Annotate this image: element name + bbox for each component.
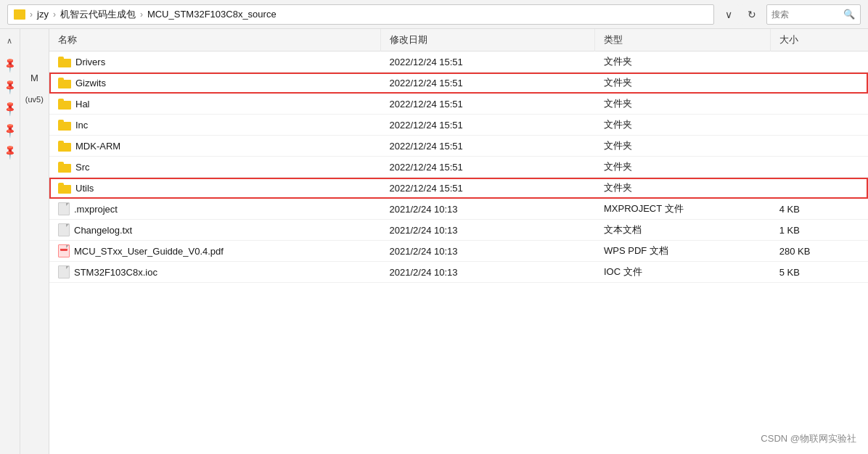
file-icon — [58, 202, 70, 215]
file-name: Hal — [75, 99, 90, 110]
file-name-cell: STM32F103C8x.ioc — [58, 265, 372, 278]
file-modified: 2022/12/24 15:51 — [381, 51, 595, 73]
file-modified: 2021/2/24 10:13 — [381, 241, 595, 262]
file-type: 文件夹 — [595, 94, 771, 115]
left-label-m[interactable]: M — [30, 73, 38, 83]
file-size: 1 KB — [771, 220, 868, 241]
pin-icon-5[interactable]: 📌 — [1, 143, 18, 160]
file-name: Gizwits — [75, 78, 106, 88]
file-name-cell: Src — [58, 162, 372, 173]
file-size: 4 KB — [771, 199, 868, 220]
file-list: Drivers2022/12/24 15:51文件夹Gizwits2022/12… — [49, 51, 868, 283]
file-type: 文件夹 — [595, 157, 771, 178]
file-table: 名称 修改日期 类型 大小 Drivers2022/12/24 15:51文件夹… — [49, 29, 868, 283]
file-modified: 2022/12/24 15:51 — [381, 94, 595, 115]
breadcrumb-gizwits[interactable]: 机智云代码生成包 — [60, 8, 136, 21]
folder-icon — [58, 78, 71, 88]
file-size — [771, 136, 868, 157]
breadcrumb[interactable]: › jzy › 机智云代码生成包 › MCU_STM32F103C8x_sour… — [7, 4, 714, 25]
file-modified: 2021/2/24 10:13 — [381, 262, 595, 283]
pin-icon-3[interactable]: 📌 — [1, 99, 18, 116]
watermark: CSDN @物联网实验社 — [761, 432, 856, 445]
left-label-uv5[interactable]: (uv5) — [25, 95, 44, 104]
collapse-arrow[interactable]: ∧ — [7, 36, 12, 46]
file-name: Inc — [75, 120, 88, 131]
pin-icon-4[interactable]: 📌 — [1, 121, 18, 138]
pin-icon-1[interactable]: 📌 — [1, 56, 18, 73]
file-modified: 2022/12/24 15:51 — [381, 115, 595, 136]
file-size — [771, 51, 868, 73]
folder-icon — [58, 120, 71, 131]
file-name: Utils — [75, 183, 94, 194]
file-size — [771, 115, 868, 136]
table-row[interactable]: Inc2022/12/24 15:51文件夹 — [49, 115, 868, 136]
file-size — [771, 94, 868, 115]
table-row[interactable]: MDK-ARM2022/12/24 15:51文件夹 — [49, 136, 868, 157]
search-box[interactable]: 🔍 — [766, 4, 861, 25]
file-modified: 2021/2/24 10:13 — [381, 199, 595, 220]
breadcrumb-jzy[interactable]: jzy — [37, 9, 49, 20]
file-name: .mxproject — [74, 204, 118, 215]
table-row[interactable]: Gizwits2022/12/24 15:51文件夹 — [49, 73, 868, 94]
refresh-button[interactable]: ↻ — [742, 4, 762, 25]
pdf-file-icon — [58, 244, 70, 257]
file-name: STM32F103C8x.ioc — [74, 267, 157, 278]
table-row[interactable]: Drivers2022/12/24 15:51文件夹 — [49, 51, 868, 73]
pin-column: ∧ 📌 📌 📌 📌 📌 — [0, 29, 20, 454]
file-name: Src — [75, 162, 90, 173]
main-layout: ∧ 📌 📌 📌 📌 📌 M (uv5) 名称 修改日期 类型 大小 — [0, 29, 868, 454]
file-name-cell: .mxproject — [58, 202, 372, 215]
file-name-cell: MCU_STxx_User_Guidde_V0.4.pdf — [58, 244, 372, 257]
table-row[interactable]: Utils2022/12/24 15:51文件夹 — [49, 178, 868, 199]
file-name-cell: MDK-ARM — [58, 141, 372, 152]
file-name-cell: Gizwits — [58, 78, 372, 88]
folder-icon — [58, 57, 71, 67]
col-modified[interactable]: 修改日期 — [381, 29, 595, 51]
folder-icon — [58, 99, 71, 110]
breadcrumb-sep-2: › — [53, 9, 56, 20]
col-name[interactable]: 名称 — [49, 29, 381, 51]
file-size — [771, 178, 868, 199]
table-row[interactable]: Hal2022/12/24 15:51文件夹 — [49, 94, 868, 115]
file-type: 文件夹 — [595, 178, 771, 199]
folder-icon — [58, 183, 71, 194]
table-row[interactable]: Changelog.txt2021/2/24 10:13文本文档1 KB — [49, 220, 868, 241]
folder-icon — [58, 162, 71, 173]
file-type: 文本文档 — [595, 220, 771, 241]
file-size — [771, 157, 868, 178]
address-bar: › jzy › 机智云代码生成包 › MCU_STM32F103C8x_sour… — [0, 0, 868, 29]
file-type: 文件夹 — [595, 136, 771, 157]
file-name: MDK-ARM — [75, 141, 120, 152]
file-name-cell: Drivers — [58, 57, 372, 67]
table-row[interactable]: Src2022/12/24 15:51文件夹 — [49, 157, 868, 178]
file-name: Changelog.txt — [74, 225, 132, 236]
search-icon: 🔍 — [843, 9, 855, 20]
folder-icon — [58, 141, 71, 152]
file-icon — [58, 223, 70, 236]
table-row[interactable]: STM32F103C8x.ioc2021/2/24 10:13IOC 文件5 K… — [49, 262, 868, 283]
file-type: 文件夹 — [595, 73, 771, 94]
breadcrumb-mcu[interactable]: MCU_STM32F103C8x_source — [147, 9, 277, 20]
file-name-cell: Hal — [58, 99, 372, 110]
file-modified: 2022/12/24 15:51 — [381, 178, 595, 199]
label-column: M (uv5) — [20, 29, 49, 454]
pin-icon-2[interactable]: 📌 — [1, 78, 18, 94]
file-modified: 2022/12/24 15:51 — [381, 136, 595, 157]
file-size: 5 KB — [771, 262, 868, 283]
file-icon — [58, 265, 70, 278]
file-type: IOC 文件 — [595, 262, 771, 283]
col-type[interactable]: 类型 — [595, 29, 771, 51]
table-row[interactable]: .mxproject2021/2/24 10:13MXPROJECT 文件4 K… — [49, 199, 868, 220]
address-right-buttons: ∨ ↻ — [718, 4, 762, 25]
file-type: WPS PDF 文档 — [595, 241, 771, 262]
dropdown-button[interactable]: ∨ — [718, 4, 739, 25]
file-size: 280 KB — [771, 241, 868, 262]
search-input[interactable] — [771, 9, 840, 20]
file-modified: 2021/2/24 10:13 — [381, 220, 595, 241]
file-type: 文件夹 — [595, 115, 771, 136]
col-size[interactable]: 大小 — [771, 29, 868, 51]
table-row[interactable]: MCU_STxx_User_Guidde_V0.4.pdf2021/2/24 1… — [49, 241, 868, 262]
file-name-cell: Changelog.txt — [58, 223, 372, 236]
file-modified: 2022/12/24 15:51 — [381, 157, 595, 178]
left-sidebar: ∧ 📌 📌 📌 📌 📌 M (uv5) — [0, 29, 49, 454]
